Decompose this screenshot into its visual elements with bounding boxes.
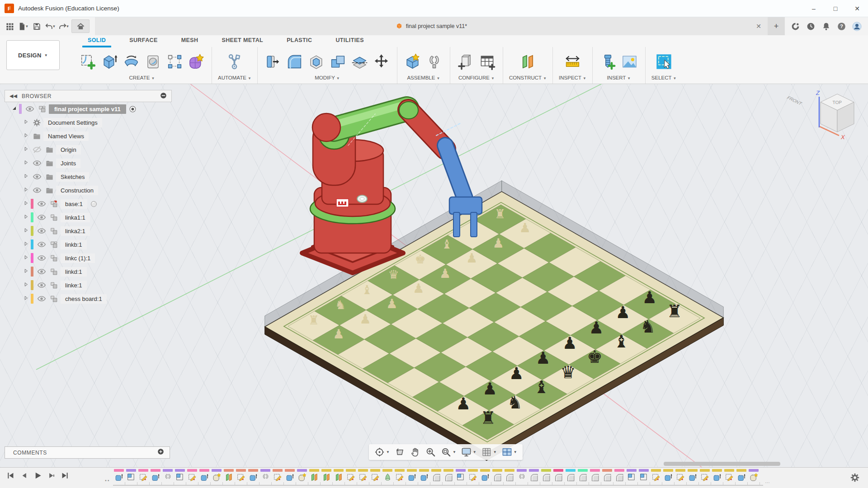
timeline-feature-pl[interactable] [334,469,344,482]
browser-item-label[interactable]: linkd:1 [61,267,87,277]
shell-tool-icon[interactable] [307,52,326,71]
group-label-create[interactable]: CREATE ▼ [129,75,155,84]
browser-row-named-views[interactable]: Named Views [5,129,172,143]
pattern-tool-icon[interactable] [165,52,184,71]
visibility-eye-icon[interactable] [35,294,48,303]
timeline-feature-se[interactable] [395,469,405,482]
browser-item-label[interactable]: linka2:1 [61,226,90,236]
browser-item-label[interactable]: chess board:1 [61,294,107,304]
timeline-feature-pl[interactable] [321,469,331,482]
timeline-feature-sk[interactable] [126,469,136,482]
timeline-feature-pl[interactable] [224,469,234,482]
grid-snaps-nav-icon[interactable]: ▼ [480,447,499,457]
expand-closed-icon[interactable] [21,214,31,221]
plane-tool-icon[interactable] [519,52,538,71]
timeline-feature-jo[interactable] [163,469,173,482]
box-tool-icon[interactable] [100,52,119,71]
orbit-nav-icon[interactable]: ▼ [373,447,392,457]
browser-item-label[interactable]: linkc (1):1 [61,253,95,263]
browser-item-label[interactable]: Named Views [43,131,89,141]
timeline-feature-jo[interactable] [517,469,527,482]
split-tool-icon[interactable] [350,52,369,71]
comments-bar[interactable]: COMMENTS [5,446,170,459]
timeline-feature-se[interactable] [187,469,197,482]
tab-solid[interactable]: SOLID [76,35,118,46]
timeline-scrollbar[interactable] [664,462,780,466]
timeline-feature-fi[interactable] [602,469,612,482]
new-tab-button[interactable]: + [768,17,785,35]
timeline-feature-fi[interactable] [541,469,551,482]
timeline-feature-fi[interactable] [590,469,600,482]
browser-item-label[interactable]: final project sample v11 [49,104,126,114]
browser-row-linka2-1[interactable]: linka2:1 [5,224,172,238]
group-label-assemble[interactable]: ASSEMBLE ▼ [407,75,440,84]
expand-closed-icon[interactable] [21,173,31,180]
home-button[interactable] [71,19,90,33]
move-tool-icon[interactable] [372,52,391,71]
expand-closed-icon[interactable] [21,295,31,302]
browser-item-label[interactable]: Joints [56,159,80,168]
timeline-feature-jo[interactable] [260,469,270,482]
timeline-feature-sk[interactable] [639,469,649,482]
config-table-tool-icon[interactable] [478,52,497,71]
tab-utilities[interactable]: UTILITIES [324,35,376,46]
group-label-inspect[interactable]: INSPECT ▼ [559,75,586,84]
browser-item-label[interactable]: base:1 [61,199,87,209]
timeline-feature-ex[interactable] [736,469,746,482]
timeline-feature-fi[interactable] [566,469,576,482]
timeline-feature-ex[interactable] [248,469,258,482]
browser-row-joints[interactable]: Joints [5,156,172,170]
timeline-feature-fi[interactable] [492,469,502,482]
hole-tool-icon[interactable] [143,52,162,71]
visibility-eye-icon[interactable] [35,213,48,222]
browser-item-label[interactable]: Sketches [56,172,89,182]
notifications-bell-icon[interactable] [820,20,832,32]
visibility-eye-icon[interactable] [35,281,48,290]
step-forward-button[interactable] [47,471,56,480]
timeline-feature-ex[interactable] [712,469,722,482]
visibility-eye-icon[interactable] [35,199,48,208]
group-label-modify[interactable]: MODIFY ▼ [315,75,340,84]
visibility-eye-icon[interactable] [24,104,36,113]
job-status-clock-icon[interactable] [805,20,816,32]
measure-tool-icon[interactable] [563,52,582,71]
browser-item-label[interactable]: linkb:1 [61,240,87,249]
tab-sheet-metal[interactable]: SHEET METAL [210,35,275,46]
workspace-selector[interactable]: DESIGN▼ [6,40,60,70]
document-tab[interactable]: final project sample v11* [95,23,768,30]
document-tab-close-icon[interactable]: ✕ [756,23,761,30]
circle-icon[interactable] [90,200,98,208]
fit-nav-icon[interactable]: ▼ [439,447,458,457]
timeline-feature-ex[interactable] [663,469,673,482]
browser-item-label[interactable]: Construction [56,186,98,195]
pan-nav-icon[interactable] [408,447,422,457]
display-settings-nav-icon[interactable]: ▼ [459,447,478,457]
browser-row-document-settings[interactable]: Document Settings [5,116,172,129]
expand-closed-icon[interactable] [21,146,31,153]
group-label-configure[interactable]: CONFIGURE ▼ [458,75,495,84]
form-tool-icon[interactable] [187,52,206,71]
timeline-feature-fi[interactable] [443,469,453,482]
timeline-feature-fo[interactable] [212,469,222,482]
expand-closed-icon[interactable] [21,200,31,207]
timeline-feature-fi[interactable] [578,469,588,482]
select-window-tool-icon[interactable] [655,52,674,71]
tab-mesh[interactable]: MESH [170,35,210,46]
timeline-feature-se[interactable] [675,469,685,482]
automate-tool-icon[interactable] [225,52,244,71]
user-avatar[interactable] [851,20,863,32]
app-grid-button[interactable] [4,20,15,33]
timeline-feature-fi[interactable] [431,469,441,482]
browser-row-linkd-1[interactable]: linkd:1 [5,265,172,278]
combine-tool-icon[interactable] [329,52,348,71]
expand-closed-icon[interactable] [21,160,31,167]
timeline-feature-sk[interactable] [456,469,466,482]
timeline-feature-fi[interactable] [505,469,514,482]
expand-closed-icon[interactable] [21,268,31,275]
play-button[interactable] [33,471,42,480]
browser-row-linkb-1[interactable]: linkb:1 [5,238,172,251]
canvas-image-tool-icon[interactable] [620,52,639,71]
browser-item-label[interactable]: linke:1 [61,281,87,290]
expand-closed-icon[interactable] [21,227,31,235]
browser-item-label[interactable]: Document Settings [43,118,102,127]
